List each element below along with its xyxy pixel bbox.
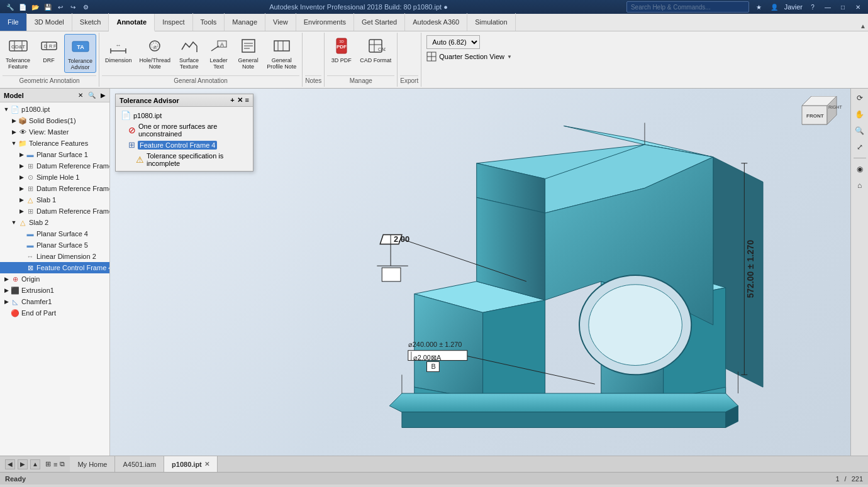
tree-item-planar-surface-1[interactable]: ▶ ▬ Planar Surface 1 xyxy=(0,149,109,160)
tree-item-slab-2[interactable]: ▼ △ Slab 2 xyxy=(0,217,109,228)
tolerance-feature-button[interactable]: GD&T ToleranceFeature xyxy=(3,34,33,72)
tree-item-planar-surface-5[interactable]: ▬ Planar Surface 5 xyxy=(0,239,109,251)
expand-slab-1[interactable]: ▶ xyxy=(18,197,25,203)
model-search-icon[interactable]: 🔍 xyxy=(88,92,96,99)
tree-item-tolerance-features[interactable]: ▼ 📁 Tolerance Features xyxy=(0,138,109,149)
zoom-all-button[interactable]: ⤢ xyxy=(853,140,867,154)
tolerance-advisor-header[interactable]: Tolerance Advisor + ✕ ≡ xyxy=(116,94,253,107)
general-note-button[interactable]: GeneralNote xyxy=(234,34,262,72)
tab-get-started[interactable]: Get Started xyxy=(354,13,405,31)
tab-3d-model[interactable]: 3D Model xyxy=(27,13,72,31)
ta-feature-row[interactable]: ⊞ Feature Control Frame 4 xyxy=(118,139,250,151)
tree-item-extrusion1[interactable]: ▶ ⬛ Extrusion1 xyxy=(0,285,109,296)
tab-p1080[interactable]: p1080.ipt ✕ xyxy=(164,456,218,472)
expand-simple-hole-1[interactable]: ▶ xyxy=(18,174,25,180)
tab-simulation[interactable]: Simulation xyxy=(467,13,515,31)
status-up-button[interactable]: ▲ xyxy=(30,459,40,469)
tree-item-slab-1[interactable]: ▶ △ Slab 1 xyxy=(0,194,109,205)
search-bar[interactable]: Search Help & Commands... xyxy=(626,1,749,13)
tab-manage[interactable]: Manage xyxy=(225,13,265,31)
expand-solid-bodies[interactable]: ▶ xyxy=(10,118,18,124)
zoom-button[interactable]: 🔍 xyxy=(853,124,867,138)
tab-p1080-close[interactable]: ✕ xyxy=(204,461,209,468)
expand-planar-surface-1[interactable]: ▶ xyxy=(18,151,25,158)
zoom-select[interactable]: Auto (6.82) xyxy=(426,35,480,49)
3d-pdf-button[interactable]: PDF 3D 3D PDF xyxy=(327,34,355,65)
tab-grid-icon[interactable]: ⊞ xyxy=(45,460,51,468)
tab-annotate[interactable]: Annotate xyxy=(109,14,155,31)
dimension-button[interactable]: ↔ Dimension xyxy=(102,34,135,65)
model-expand-icon[interactable]: ▶ xyxy=(101,92,106,99)
tree-item-origin[interactable]: ▶ ⊕ Origin xyxy=(0,273,109,285)
help-icon[interactable]: ? xyxy=(808,2,818,12)
ta-close-button[interactable]: ✕ xyxy=(237,96,243,104)
expand-extrusion1[interactable]: ▶ xyxy=(3,287,10,293)
tab-my-home[interactable]: My Home xyxy=(70,456,115,472)
redo-icon[interactable]: ↪ xyxy=(68,2,78,12)
tree-item-solid-bodies[interactable]: ▶ 📦 Solid Bodies(1) xyxy=(0,115,109,126)
tree-item-feature-control-frame-4[interactable]: ⊠ Feature Control Frame 4 xyxy=(0,262,109,273)
cad-format-button[interactable]: CAD CAD Format xyxy=(357,34,394,65)
ribbon-collapse-icon[interactable]: ▲ xyxy=(858,21,868,31)
tree-item-datum-ref-1[interactable]: ▶ ⊞ Datum Reference Frame 1 (A xyxy=(0,160,109,172)
tree-item-chamfer1[interactable]: ▶ ◺ Chamfer1 xyxy=(0,296,109,307)
tolerance-advisor-button[interactable]: TA ToleranceAdvisor xyxy=(64,34,96,73)
expand-datum-ref-1[interactable]: ▶ xyxy=(18,163,25,169)
tab-view[interactable]: View xyxy=(265,13,296,31)
ta-menu-button[interactable]: ≡ xyxy=(245,96,249,104)
expand-slab-2[interactable]: ▼ xyxy=(10,219,18,226)
look-at-button[interactable]: ◉ xyxy=(853,162,867,176)
viewcube[interactable]: FRONT RIGHT xyxy=(793,96,843,134)
drf-button[interactable]: D R F DRF xyxy=(35,34,63,65)
viewport[interactable]: Tolerance Advisor + ✕ ≡ 📄 p1080.ipt ⊘ On… xyxy=(110,89,868,456)
quarter-section-dropdown-icon[interactable]: ▼ xyxy=(507,54,512,60)
model-pin-icon[interactable]: ✕ xyxy=(78,92,83,99)
expand-datum-ref-3[interactable]: ▶ xyxy=(18,208,25,214)
tab-split-icon[interactable]: ⧉ xyxy=(60,460,65,468)
tree-item-end-of-part[interactable]: 🔴 End of Part xyxy=(0,307,109,319)
ta-error-row[interactable]: ⊘ One or more surfaces are unconstrained xyxy=(118,121,250,139)
status-next-button[interactable]: ▶ xyxy=(18,459,28,469)
tab-file[interactable]: File xyxy=(0,13,27,31)
minimize-icon[interactable]: — xyxy=(823,2,833,12)
tab-a4501[interactable]: A4501.iam xyxy=(115,456,164,472)
surface-texture-button[interactable]: SurfaceTexture xyxy=(175,34,203,72)
quarter-section-row[interactable]: Quarter Section View ▼ xyxy=(426,52,863,62)
home-button[interactable]: ⌂ xyxy=(853,178,867,192)
tree-item-view-master[interactable]: ▶ 👁 View: Master xyxy=(0,126,109,138)
tab-list-icon[interactable]: ≡ xyxy=(53,461,57,468)
expand-chamfer1[interactable]: ▶ xyxy=(3,298,10,305)
ta-warning-row[interactable]: ⚠ Tolerance specification is incomplete xyxy=(118,151,250,168)
open-icon[interactable]: 📂 xyxy=(30,2,40,12)
tree-item-simple-hole-1[interactable]: ▶ ⊙ Simple Hole 1 xyxy=(0,172,109,183)
tab-environments[interactable]: Environments xyxy=(296,13,354,31)
new-icon[interactable]: 📄 xyxy=(18,2,28,12)
tree-item-planar-surface-4[interactable]: ▬ Planar Surface 4 xyxy=(0,228,109,239)
tab-sketch[interactable]: Sketch xyxy=(72,13,109,31)
hole-thread-note-button[interactable]: ⌀ Hole/ThreadNote xyxy=(136,34,174,72)
maximize-icon[interactable]: □ xyxy=(838,2,848,12)
expand-datum-ref-2[interactable]: ▶ xyxy=(18,185,25,192)
expand-tolerance-features[interactable]: ▼ xyxy=(10,140,18,146)
close-icon[interactable]: ✕ xyxy=(853,2,863,12)
tab-autodesk-a360[interactable]: Autodesk A360 xyxy=(405,13,467,31)
tree-item-datum-ref-2[interactable]: ▶ ⊞ Datum Reference Frame 2 (A xyxy=(0,183,109,194)
expand-p1080[interactable]: ▼ xyxy=(3,106,10,112)
expand-origin[interactable]: ▶ xyxy=(3,276,10,282)
tree-item-linear-dimension-2[interactable]: ↔ Linear Dimension 2 xyxy=(0,251,109,262)
pan-button[interactable]: ✋ xyxy=(853,107,867,121)
leader-text-button[interactable]: A LeaderText xyxy=(204,34,233,72)
tab-inspect[interactable]: Inspect xyxy=(155,13,192,31)
ta-plus-button[interactable]: + xyxy=(230,96,234,104)
orbit-button[interactable]: ⟳ xyxy=(853,91,867,105)
settings-icon[interactable]: ⚙ xyxy=(81,2,91,12)
tree-item-datum-ref-3[interactable]: ▶ ⊞ Datum Reference Frame 3 (A xyxy=(0,205,109,217)
undo-icon[interactable]: ↩ xyxy=(55,2,65,12)
status-prev-button[interactable]: ◀ xyxy=(5,459,15,469)
expand-view-master[interactable]: ▶ xyxy=(10,129,18,135)
save-icon[interactable]: 💾 xyxy=(43,2,53,12)
general-profile-note-button[interactable]: GeneralProfile Note xyxy=(264,34,299,72)
tab-tools[interactable]: Tools xyxy=(193,13,225,31)
tree-item-p1080[interactable]: ▼ 📄 p1080.ipt xyxy=(0,104,109,115)
star-icon[interactable]: ★ xyxy=(754,2,764,12)
